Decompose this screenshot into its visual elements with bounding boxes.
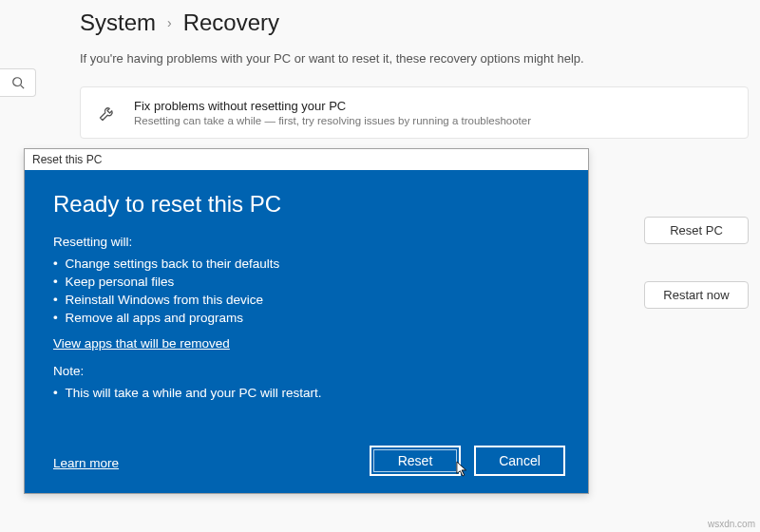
search-icon: [11, 76, 25, 89]
reset-button[interactable]: Reset: [370, 446, 461, 476]
list-item: This will take a while and your PC will …: [53, 384, 560, 402]
card-desc: Resetting can take a while — first, try …: [134, 115, 731, 126]
cancel-button[interactable]: Cancel: [474, 446, 565, 476]
breadcrumb: System › Recovery: [80, 10, 760, 36]
fix-problems-card[interactable]: Fix problems without resetting your PC R…: [80, 86, 749, 139]
reset-dialog: Reset this PC Ready to reset this PC Res…: [24, 148, 589, 494]
search-button[interactable]: [0, 68, 36, 97]
dialog-body: Ready to reset this PC Resetting will: C…: [25, 170, 588, 493]
note-label: Note:: [53, 364, 560, 378]
reset-bullet-list: Change settings back to their defaults K…: [53, 255, 560, 327]
list-item: Remove all apps and programs: [53, 309, 560, 327]
restart-now-button[interactable]: Restart now: [644, 281, 749, 309]
chevron-right-icon: ›: [167, 15, 172, 30]
breadcrumb-parent[interactable]: System: [80, 10, 156, 36]
reset-pc-button[interactable]: Reset PC: [644, 217, 749, 244]
wrench-icon: [98, 104, 117, 123]
card-title: Fix problems without resetting your PC: [134, 99, 731, 113]
page-subtitle: If you're having problems with your PC o…: [80, 51, 760, 66]
breadcrumb-current: Recovery: [183, 10, 279, 36]
dialog-titlebar: Reset this PC: [25, 149, 588, 170]
watermark: wsxdn.com: [708, 519, 755, 529]
view-apps-link[interactable]: View apps that will be removed: [53, 336, 230, 351]
resetting-label: Resetting will:: [53, 235, 560, 249]
dialog-button-row: Reset Cancel: [370, 446, 565, 476]
learn-more-link[interactable]: Learn more: [53, 456, 119, 470]
svg-line-1: [20, 86, 24, 89]
dialog-heading: Ready to reset this PC: [53, 191, 560, 218]
svg-point-0: [12, 78, 21, 86]
list-item: Change settings back to their defaults: [53, 255, 560, 273]
note-bullet-list: This will take a while and your PC will …: [53, 384, 560, 402]
card-body: Fix problems without resetting your PC R…: [134, 99, 731, 126]
list-item: Reinstall Windows from this device: [53, 291, 560, 309]
list-item: Keep personal files: [53, 273, 560, 291]
